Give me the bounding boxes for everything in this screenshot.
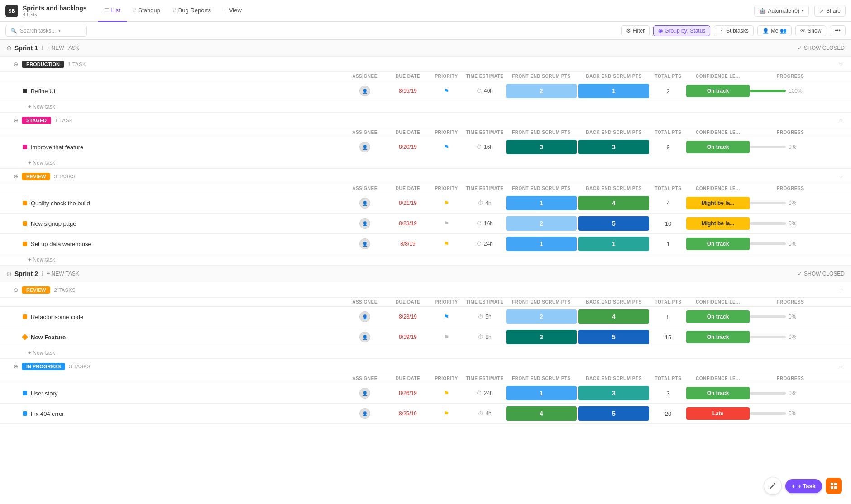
staged-add-icon[interactable]: ＋ (837, 115, 845, 125)
new-task-review2[interactable]: + New task (0, 347, 851, 359)
task-name[interactable]: User story (31, 390, 57, 397)
sprint2-new-task[interactable]: + NEW TASK (47, 271, 79, 277)
due-date: 8/15/19 (387, 88, 428, 94)
group-by-button[interactable]: ◉ Group by: Status (653, 25, 710, 36)
due-date: 8/23/19 (387, 314, 428, 320)
show-button[interactable]: 👁 Show (795, 25, 826, 36)
task-name[interactable]: Refactor some code (31, 314, 83, 320)
inprogress-add-icon[interactable]: ＋ (837, 361, 845, 371)
task-name[interactable]: Fix 404 error (31, 410, 64, 417)
flag-icon: ⚑ (444, 143, 449, 151)
automate-icon: 🤖 (759, 8, 766, 14)
tab-list[interactable]: ☰ List (98, 0, 127, 22)
task-dot (23, 89, 27, 93)
svg-rect-2 (831, 486, 833, 489)
timer-icon: ⏱ (477, 144, 482, 150)
progress-bar-fill (750, 90, 786, 92)
review2-task-count: 2 TASKS (54, 287, 76, 293)
review2-add-icon[interactable]: ＋ (837, 285, 845, 295)
new-task-review[interactable]: + New task (0, 254, 851, 266)
tab-view-label: View (229, 7, 242, 14)
sprint2-toggle[interactable]: ⊖ (6, 270, 12, 277)
tab-standup[interactable]: # Standup (127, 0, 167, 22)
production-add-icon[interactable]: ＋ (837, 59, 845, 69)
edit-button[interactable] (764, 477, 782, 495)
share-button[interactable]: ↗ Share (814, 5, 846, 17)
inprogress-toggle[interactable]: ⊖ (14, 363, 18, 370)
assignee-cell: 👤 (342, 198, 387, 209)
group-by-label: Group by: Status (665, 28, 705, 34)
staged-toggle[interactable]: ⊖ (14, 117, 18, 124)
review2-toggle[interactable]: ⊖ (14, 287, 18, 293)
col-assignee: ASSIGNEE (342, 74, 387, 79)
sprint2-header: ⊖ Sprint 2 ℹ + NEW TASK ✓ SHOW CLOSED (0, 266, 851, 282)
sprint2-info-icon: ℹ (42, 271, 44, 277)
task-name-cell: Fix 404 error (23, 410, 342, 417)
col-headers-review: ASSIGNEE DUE DATE PRIORITY TIME ESTIMATE… (0, 184, 851, 193)
tab-bug-reports-label: Bug Reports (178, 7, 211, 14)
new-task-staged[interactable]: + New task (0, 157, 851, 169)
due-date: 8/23/19 (387, 220, 428, 227)
total-pts-cell: 15 (650, 334, 686, 341)
confidence-cell: On track (686, 331, 750, 343)
avatar: 👤 (359, 218, 370, 229)
sprint1-new-task[interactable]: + NEW TASK (47, 45, 79, 51)
time-cell: ⏱24h (464, 241, 505, 247)
more-button[interactable]: ••• (830, 25, 846, 36)
review-add-icon[interactable]: ＋ (837, 171, 845, 181)
assignee-cell: 👤 (342, 142, 387, 152)
tab-list-label: List (111, 7, 120, 14)
task-dot (23, 242, 27, 246)
timer-icon: ⏱ (478, 200, 483, 206)
time-cell: ⏱40h (464, 88, 505, 94)
confidence-cell: On track (686, 387, 750, 399)
review-toggle[interactable]: ⊖ (14, 173, 18, 180)
task-dot (23, 314, 27, 319)
sprint2-show-closed[interactable]: ✓ SHOW CLOSED (798, 271, 845, 277)
filter-button[interactable]: ⚙ Filter (621, 25, 650, 36)
priority-cell: ⚑ (428, 390, 464, 397)
add-task-button[interactable]: + + Task (785, 479, 822, 493)
task-name[interactable]: New Feature (31, 334, 66, 341)
progress-bar-bg (750, 146, 786, 148)
be-scrum-cell: 1 (578, 237, 649, 251)
progress-cell: 0% (750, 200, 831, 206)
timer-icon: ⏱ (478, 410, 483, 417)
tab-view[interactable]: + View (217, 0, 248, 22)
task-name-cell: Refactor some code (23, 314, 342, 320)
tab-bug-reports[interactable]: # Bug Reports (167, 0, 217, 22)
progress-bar-bg (750, 202, 786, 204)
bottom-right-buttons: + + Task (764, 477, 842, 495)
col-headers-review2: ASSIGNEE DUE DATE PRIORITY TIME ESTIMATE… (0, 298, 851, 307)
task-name[interactable]: Set up data warehouse (31, 241, 91, 247)
task-name[interactable]: Quality check the build (31, 200, 90, 207)
fe-scrum-cell: 2 (506, 84, 577, 98)
task-dot-diamond (22, 334, 28, 340)
progress-bar-bg (750, 336, 786, 338)
assignee-cell: 👤 (342, 218, 387, 229)
main-content: ⊖ Sprint 1 ℹ + NEW TASK ✓ SHOW CLOSED ⊖ … (0, 40, 851, 504)
progress-bar-bg (750, 412, 786, 415)
search-box[interactable]: 🔍 Search tasks... ▾ (5, 25, 87, 37)
flag-icon: ⚑ (444, 220, 449, 227)
subtasks-button[interactable]: ⋮ Subtasks (714, 25, 753, 36)
task-name[interactable]: New signup page (31, 220, 76, 227)
col-priority: PRIORITY (428, 74, 464, 79)
confidence-cell: Might be la... (686, 197, 750, 209)
task-row: User story 👤 8/26/19 ⚑ ⏱24h 1 3 3 On tra… (0, 383, 851, 404)
sprint1-show-closed[interactable]: ✓ SHOW CLOSED (798, 45, 845, 51)
progress-cell: 100% (750, 88, 831, 94)
automate-button[interactable]: 🤖 Automate (0) ▾ (754, 5, 809, 17)
plus-icon: + (792, 483, 795, 490)
production-toggle[interactable]: ⊖ (14, 61, 18, 67)
flag-icon: ⚑ (444, 390, 449, 397)
task-name[interactable]: Refine UI (31, 88, 55, 95)
due-date: 8/20/19 (387, 144, 428, 150)
task-name[interactable]: Improve that feature (31, 144, 83, 151)
progress-cell: 0% (750, 334, 831, 340)
grid-button[interactable] (826, 478, 842, 494)
sprint1-toggle[interactable]: ⊖ (6, 44, 12, 52)
me-button[interactable]: 👤 Me 👥 (757, 25, 792, 36)
progress-bar-bg (750, 90, 786, 92)
new-task-production[interactable]: + New task (0, 101, 851, 113)
